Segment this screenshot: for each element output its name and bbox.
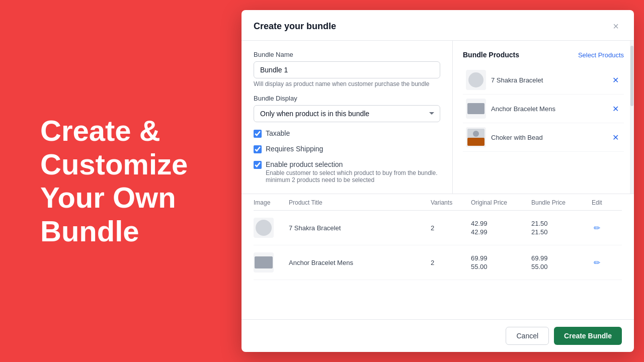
row1-edit: ✏ [592,222,622,234]
row1-image [254,218,274,238]
modal-title: Create your bundle [254,21,336,32]
row2-variants: 2 [431,259,471,266]
product-2-remove[interactable]: ✕ [610,103,621,115]
bundle-name-input[interactable] [254,61,440,78]
requires-shipping-label: Requires Shipping [266,145,323,153]
content-top: Bundle Name Will display as product name… [242,41,634,194]
right-scrollbar [630,41,634,194]
row1-title: 7 Shakra Bracelet [289,224,431,232]
row1-original-price: 42.99 42.99 [471,220,531,236]
bundle-display-select[interactable]: Only when product is in this bundle [254,105,440,122]
product-3-remove[interactable]: ✕ [610,132,621,143]
col-original-price: Original Price [471,199,531,206]
row2-edit-button[interactable]: ✏ [592,257,602,268]
requires-shipping-checkbox[interactable] [254,145,262,153]
product-1-image [466,70,486,90]
col-edit: Edit [592,199,622,206]
enable-selection-hint: Enable customer to select which product … [266,169,440,184]
modal: Create your bundle × Bundle Name Will di… [242,10,634,352]
bundle-display-label: Bundle Display [254,95,440,102]
background-headline: Create & Customize Your Own Bundle [40,114,221,248]
bundle-name-label: Bundle Name [254,51,440,58]
left-panel: Bundle Name Will display as product name… [242,41,453,194]
row2-bundle-price: 69.99 55.00 [531,254,592,270]
create-bundle-button[interactable]: Create Bundle [554,327,622,345]
product-2-image [466,99,486,119]
enable-selection-label: Enable product selection [266,160,440,168]
bundle-product-2: Anchor Bracelet Mens ✕ [463,95,624,123]
bundle-name-hint: Will display as product name when custom… [254,80,440,87]
col-product-title: Product Title [289,199,431,206]
enable-selection-checkbox[interactable] [254,161,262,169]
col-variants: Variants [431,199,471,206]
row2-original-price: 69.99 55.00 [471,254,531,270]
table-row: Anchor Bracelet Mens 2 69.99 55.00 69.99… [254,245,622,280]
cancel-button[interactable]: Cancel [506,327,549,345]
modal-header: Create your bundle × [242,10,634,41]
select-products-link[interactable]: Select Products [578,51,624,59]
bundle-display-section: Bundle Display Only when product is in t… [254,95,440,122]
product-1-remove[interactable]: ✕ [610,74,621,86]
bundle-name-section: Bundle Name Will display as product name… [254,51,440,87]
taxable-label: Taxable [266,129,290,137]
product-2-name: Anchor Bracelet Mens [491,105,605,113]
row1-edit-button[interactable]: ✏ [592,222,602,234]
modal-footer: Cancel Create Bundle [242,319,634,352]
table-header: Image Product Title Variants Original Pr… [254,194,622,211]
bundle-product-3: Choker with Bead ✕ [463,123,624,152]
requires-shipping-row: Requires Shipping [254,145,440,153]
product-3-image [466,127,486,147]
enable-product-selection-row: Enable product selection Enable customer… [254,160,440,184]
right-panel: Bundle Products Select Products 7 Shakra… [453,41,634,194]
row2-image [254,252,274,273]
row1-variants: 2 [431,224,471,232]
modal-body: Bundle Name Will display as product name… [242,41,634,319]
bundle-products-title: Bundle Products [463,51,519,59]
product-table: Image Product Title Variants Original Pr… [242,194,634,319]
product-1-name: 7 Shakra Bracelet [491,76,605,84]
bundle-product-1: 7 Shakra Bracelet ✕ [463,66,624,95]
taxable-row: Taxable [254,129,440,138]
scrollbar-thumb [630,46,633,106]
col-bundle-price: Bundle Price [531,199,592,206]
taxable-checkbox[interactable] [254,130,262,138]
product-3-name: Choker with Bead [491,134,605,141]
bundle-products-header: Bundle Products Select Products [463,51,624,59]
table-row: 7 Shakra Bracelet 2 42.99 42.99 21.50 21… [254,211,622,245]
col-image: Image [254,199,289,206]
close-button[interactable]: × [610,20,622,32]
row2-edit: ✏ [592,257,622,268]
row1-bundle-price: 21.50 21.50 [531,220,592,236]
row2-title: Anchor Bracelet Mens [289,259,431,266]
